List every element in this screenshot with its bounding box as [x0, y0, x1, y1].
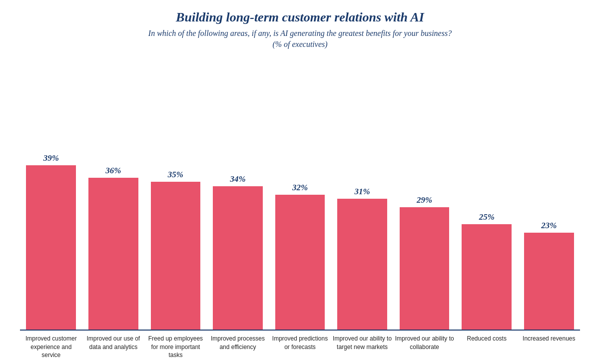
bar-label-9: Increased revenues — [518, 335, 581, 359]
bar-label-2: Improved our use of data and analytics — [82, 335, 145, 359]
bar-5 — [275, 195, 325, 330]
bar-value-4: 34% — [230, 174, 245, 184]
bar-8 — [462, 224, 512, 330]
axis-line — [20, 330, 580, 331]
chart-area: 39%36%35%34%32%31%29%25%23% Improved cus… — [15, 65, 585, 359]
bar-value-5: 32% — [292, 183, 308, 193]
bar-group-2: 36% — [82, 166, 145, 330]
bar-label-1: Improved customer experience and service — [20, 335, 82, 359]
bar-value-8: 25% — [479, 212, 495, 222]
bar-group-3: 35% — [144, 170, 207, 330]
bar-group-1: 39% — [20, 153, 82, 330]
bar-6 — [337, 199, 387, 330]
bar-value-6: 31% — [355, 187, 370, 197]
bar-value-3: 35% — [168, 170, 183, 180]
bar-group-9: 23% — [518, 221, 581, 330]
bar-group-6: 31% — [331, 187, 394, 330]
bar-4 — [213, 186, 263, 330]
bar-label-5: Improved predictions or forecasts — [269, 335, 331, 359]
bar-label-4: Improved processes and efficiency — [207, 335, 269, 359]
bar-value-9: 23% — [541, 221, 557, 231]
bar-group-4: 34% — [207, 174, 269, 330]
bar-group-8: 25% — [456, 212, 518, 330]
bar-value-2: 36% — [105, 166, 121, 176]
bar-label-7: Improved our ability to collaborate — [393, 335, 456, 359]
bar-2 — [88, 178, 138, 330]
bar-group-7: 29% — [393, 195, 456, 330]
labels-container: Improved customer experience and service… — [15, 335, 585, 359]
bar-3 — [151, 182, 201, 330]
bar-label-3: Freed up employees for more important ta… — [144, 335, 207, 359]
bar-value-7: 29% — [417, 195, 432, 205]
chart-title: Building long-term customer relations wi… — [176, 10, 424, 25]
bar-7 — [400, 207, 450, 330]
bar-value-1: 39% — [43, 153, 59, 163]
chart-subtitle: In which of the following areas, if any,… — [148, 28, 452, 50]
bars-container: 39%36%35%34%32%31%29%25%23% — [15, 65, 585, 330]
bar-9 — [524, 233, 574, 330]
bar-label-6: Improved our ability to target new marke… — [331, 335, 394, 359]
bar-group-5: 32% — [269, 183, 331, 330]
bar-label-8: Reduced costs — [456, 335, 518, 359]
bar-1 — [26, 165, 76, 330]
